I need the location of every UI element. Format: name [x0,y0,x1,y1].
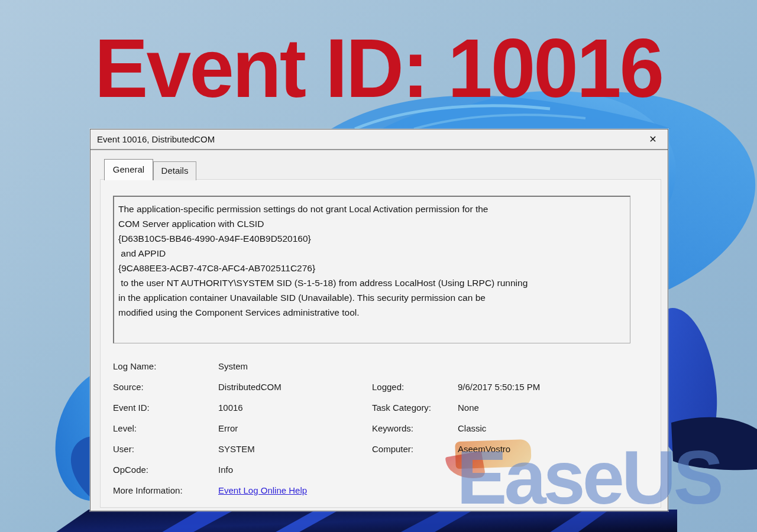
field-source: Source:DistributedCOM [113,382,282,403]
field-value: None [458,403,479,413]
field-label: More Information: [113,485,218,495]
field-event-id: Event ID:10016 [113,403,243,423]
field-value: SYSTEM [218,444,255,454]
description-line: modified using the Component Services ad… [118,305,626,320]
dialog-title: Event 10016, DistributedCOM [97,134,646,144]
field-label: Level: [113,423,218,433]
field-label: Log Name: [113,361,218,371]
field-value: Error [218,423,238,433]
description-line: {9CA88EE3-ACB7-47C8-AFC4-AB702511C276} [118,261,626,275]
tab-general[interactable]: General [104,159,153,180]
tab-strip: General Details [90,151,668,180]
tab-details[interactable]: Details [153,161,196,180]
dialog-titlebar[interactable]: Event 10016, DistributedCOM ✕ [90,129,668,150]
field-level: Level:Error [113,423,238,444]
description-line: {D63B10C5-BB46-4990-A94F-E40B9D520160} [118,231,626,246]
field-label: Computer: [372,444,458,454]
field-value: Classic [458,423,486,433]
field-value: System [218,361,248,371]
description-line: The application-specific permission sett… [118,202,626,216]
field-label: OpCode: [113,465,218,475]
field-label: Keywords: [372,423,458,433]
field-label: Task Category: [372,403,458,413]
field-label: Event ID: [113,403,218,413]
field-value: Info [218,465,233,475]
field-user: User:SYSTEM [113,444,255,465]
description-line: COM Server application with CLSID [118,216,626,231]
event-description-box: The application-specific permission sett… [113,196,630,343]
field-task-category: Task Category:None [372,403,479,423]
description-line: in the application container Unavailable… [118,290,626,305]
field-value: 9/6/2017 5:50:15 PM [458,382,540,392]
field-value: DistributedCOM [218,382,282,392]
event-log-online-help-link[interactable]: Event Log Online Help [218,485,307,495]
close-icon[interactable]: ✕ [646,133,659,146]
field-label: Logged: [372,382,458,392]
field-label: Source: [113,382,218,392]
description-line: to the user NT AUTHORITY\SYSTEM SID (S-1… [118,275,626,290]
field-value: 10016 [218,403,243,413]
easeus-watermark: EaseUS [457,440,721,515]
page-title: Event ID: 10016 [0,26,757,109]
field-opcode: OpCode:Info [113,465,233,485]
field-label: User: [113,444,218,454]
field-log-name: Log Name:System [113,361,248,382]
field-logged: Logged:9/6/2017 5:50:15 PM [372,382,540,403]
field-more-information: More Information:Event Log Online Help [113,485,307,506]
description-line: and APPID [118,246,626,261]
